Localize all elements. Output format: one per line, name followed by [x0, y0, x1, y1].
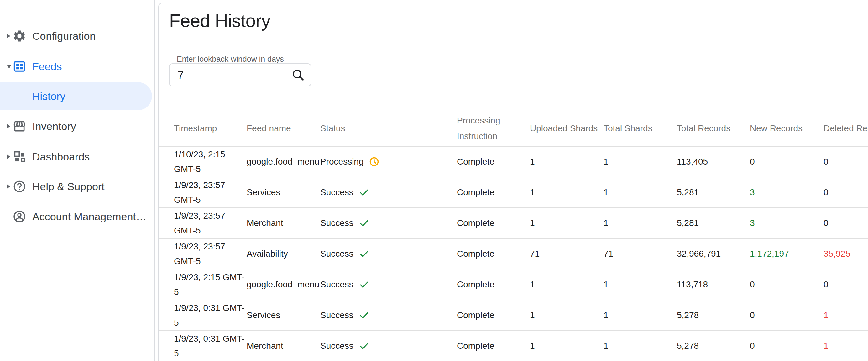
feeds-grid-icon	[12, 60, 26, 73]
total-records-cell: 5,281	[677, 187, 699, 198]
total-shards-cell: 1	[603, 310, 609, 320]
total-records-cell: 5,278	[677, 341, 699, 351]
check-icon	[359, 279, 370, 290]
timestamp-cell: 1/9/23, 0:31 GMT- 5	[174, 331, 246, 361]
status-cell: Success	[320, 187, 370, 198]
column-header-new-records: New Records	[750, 121, 803, 136]
sidebar-item-label: Feeds	[32, 60, 62, 73]
column-header-status: Status	[320, 121, 345, 136]
sidebar-item-label: History	[32, 90, 65, 102]
processing-instruction-cell: Complete	[457, 157, 494, 167]
total-records-cell: 113,718	[677, 279, 708, 290]
total-records-cell: 113,405	[677, 157, 708, 167]
timestamp-cell: 1/9/23, 2:15 GMT- 5	[174, 270, 246, 299]
timestamp-cell: 1/9/23, 23:57 GMT-5	[174, 178, 246, 207]
lookback-window-input[interactable]	[169, 64, 288, 86]
deleted-records-cell: 0	[824, 187, 829, 198]
uploaded-shards-cell: 1	[530, 218, 535, 228]
total-shards-cell: 1	[603, 218, 609, 228]
total-records-cell: 5,278	[677, 310, 699, 320]
clock-icon	[369, 156, 379, 167]
new-records-cell: 3	[750, 218, 755, 228]
deleted-records-cell: 0	[824, 157, 829, 167]
status-cell: Success	[320, 340, 370, 352]
sidebar-item-account-management[interactable]: Account Management…	[0, 202, 155, 232]
new-records-cell: 3	[750, 187, 755, 198]
table-row: 1/9/23, 23:57 GMT-5 Services Success Com…	[159, 177, 868, 207]
total-shards-cell: 1	[603, 341, 609, 351]
chevron-right-icon[interactable]	[7, 154, 10, 159]
feed-name-cell: Services	[247, 310, 280, 320]
sidebar: Configuration Feeds History Inventory Da…	[0, 0, 155, 361]
table-row: 1/10/23, 2:15 GMT-5 google.food_menu Pro…	[159, 146, 868, 177]
feed-name-cell: Merchant	[247, 341, 283, 351]
check-icon	[359, 187, 370, 198]
chevron-right-icon[interactable]	[7, 34, 10, 38]
column-header-processing-instruction: Processing Instruction	[457, 113, 527, 144]
sidebar-item-help-support[interactable]: Help & Support	[0, 172, 155, 202]
sidebar-item-label: Dashboards	[32, 151, 90, 163]
uploaded-shards-cell: 1	[530, 279, 535, 290]
column-header-feed-name: Feed name	[247, 121, 291, 136]
total-records-cell: 32,966,791	[677, 249, 721, 259]
feed-name-cell: Services	[247, 187, 280, 198]
column-header-uploaded-shards: Uploaded Shards	[530, 121, 597, 136]
feed-name-cell: Merchant	[247, 218, 283, 228]
account-circle-icon	[12, 210, 26, 223]
column-header-deleted-records: Deleted Records	[824, 121, 868, 136]
chevron-right-icon[interactable]	[7, 124, 10, 128]
check-icon	[359, 217, 370, 229]
new-records-cell: 1,172,197	[750, 249, 789, 259]
sidebar-item-label: Account Management…	[32, 211, 147, 223]
timestamp-cell: 1/9/23, 23:57 GMT-5	[174, 208, 246, 238]
new-records-cell: 0	[750, 279, 755, 290]
timestamp-cell: 1/10/23, 2:15 GMT-5	[174, 147, 246, 176]
uploaded-shards-cell: 1	[530, 310, 535, 320]
status-cell: Success	[320, 217, 370, 229]
uploaded-shards-cell: 71	[530, 249, 539, 259]
column-header-total-shards: Total Shards	[603, 121, 652, 136]
feed-name-cell: Availability	[247, 249, 288, 259]
processing-instruction-cell: Complete	[457, 218, 494, 228]
timestamp-cell: 1/9/23, 23:57 GMT-5	[174, 239, 246, 269]
status-cell: Success	[320, 248, 370, 260]
sidebar-item-feeds[interactable]: Feeds	[0, 51, 155, 82]
page-title: Feed History	[169, 10, 271, 31]
new-records-cell: 0	[750, 341, 755, 351]
chevron-down-icon[interactable]	[7, 65, 11, 69]
total-shards-cell: 1	[603, 187, 609, 198]
deleted-records-cell: 0	[824, 218, 829, 228]
deleted-records-cell: 1	[824, 341, 829, 351]
main-content-card: Feed History Enter lookback window in da…	[158, 2, 868, 361]
table-row: 1/9/23, 23:57 GMT-5 Merchant Success Com…	[159, 207, 868, 238]
processing-instruction-cell: Complete	[457, 310, 494, 320]
search-icon[interactable]	[291, 68, 305, 82]
lookback-window-label: Enter lookback window in days	[177, 55, 284, 64]
sidebar-item-inventory[interactable]: Inventory	[0, 111, 155, 141]
total-shards-cell: 1	[603, 279, 609, 290]
lookback-window-field	[169, 63, 311, 87]
uploaded-shards-cell: 1	[530, 187, 535, 198]
chevron-right-icon[interactable]	[7, 184, 10, 189]
new-records-cell: 0	[750, 157, 755, 167]
sidebar-item-history-selected[interactable]: History	[0, 82, 152, 110]
sidebar-item-label: Help & Support	[32, 181, 105, 193]
sidebar-item-dashboards[interactable]: Dashboards	[0, 142, 155, 172]
gear-icon	[12, 29, 26, 43]
table-header: Timestamp Feed name Status Processing In…	[159, 111, 868, 146]
processing-instruction-cell: Complete	[457, 249, 494, 259]
feed-history-page: { "sidebar": { "items": [ { "label": "Co…	[0, 0, 868, 361]
table-row: 1/9/23, 23:57 GMT-5 Availability Success…	[159, 238, 868, 269]
check-icon	[359, 310, 370, 321]
status-cell: Processing	[320, 156, 379, 167]
timestamp-cell: 1/9/23, 0:31 GMT- 5	[174, 301, 246, 330]
deleted-records-cell: 1	[824, 310, 829, 320]
feed-name-cell: google.food_menu	[247, 157, 319, 167]
table-row: 1/9/23, 0:31 GMT- 5 Services Success Com…	[159, 300, 868, 330]
sidebar-item-configuration[interactable]: Configuration	[0, 21, 155, 51]
deleted-records-cell: 35,925	[824, 249, 850, 259]
sidebar-item-label: Configuration	[32, 30, 96, 42]
table-body: 1/10/23, 2:15 GMT-5 google.food_menu Pro…	[159, 146, 868, 361]
total-shards-cell: 1	[603, 157, 609, 167]
uploaded-shards-cell: 1	[530, 341, 535, 351]
